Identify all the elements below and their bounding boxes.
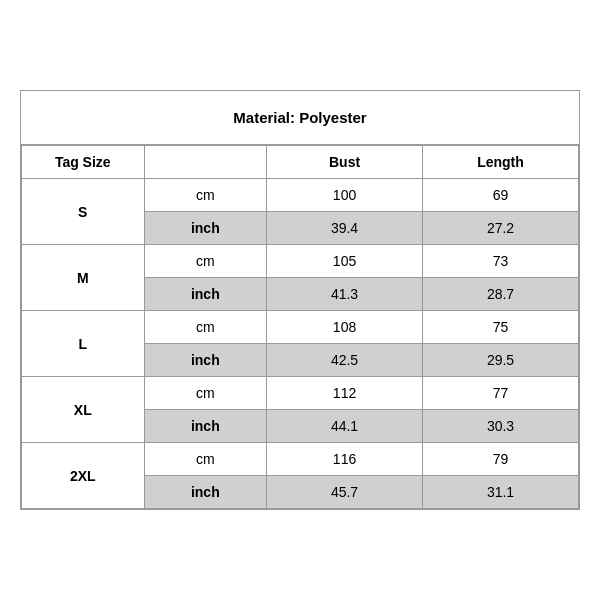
length-cm: 73	[423, 245, 579, 278]
bust-cm: 105	[267, 245, 423, 278]
table-row: Scm10069	[22, 179, 579, 212]
size-cell: S	[22, 179, 145, 245]
bust-inch: 45.7	[267, 476, 423, 509]
unit-cm: cm	[144, 179, 267, 212]
length-cm: 79	[423, 443, 579, 476]
size-cell: 2XL	[22, 443, 145, 509]
bust-cm: 100	[267, 179, 423, 212]
table-row: Mcm10573	[22, 245, 579, 278]
header-length: Length	[423, 146, 579, 179]
size-chart: Material: Polyester Tag Size Bust Length…	[20, 90, 580, 510]
size-cell: L	[22, 311, 145, 377]
unit-cm: cm	[144, 377, 267, 410]
header-bust: Bust	[267, 146, 423, 179]
unit-cm: cm	[144, 245, 267, 278]
table-row: Lcm10875	[22, 311, 579, 344]
bust-cm: 116	[267, 443, 423, 476]
length-cm: 75	[423, 311, 579, 344]
size-table: Tag Size Bust Length Scm10069inch39.427.…	[21, 145, 579, 509]
unit-inch: inch	[144, 410, 267, 443]
size-cell: XL	[22, 377, 145, 443]
length-cm: 77	[423, 377, 579, 410]
unit-cm: cm	[144, 311, 267, 344]
length-inch: 29.5	[423, 344, 579, 377]
chart-title: Material: Polyester	[21, 91, 579, 145]
length-inch: 31.1	[423, 476, 579, 509]
length-inch: 27.2	[423, 212, 579, 245]
bust-inch: 39.4	[267, 212, 423, 245]
size-cell: M	[22, 245, 145, 311]
bust-cm: 108	[267, 311, 423, 344]
unit-cm: cm	[144, 443, 267, 476]
length-inch: 28.7	[423, 278, 579, 311]
table-row: 2XLcm11679	[22, 443, 579, 476]
length-cm: 69	[423, 179, 579, 212]
bust-cm: 112	[267, 377, 423, 410]
unit-inch: inch	[144, 344, 267, 377]
length-inch: 30.3	[423, 410, 579, 443]
unit-inch: inch	[144, 278, 267, 311]
bust-inch: 42.5	[267, 344, 423, 377]
table-row: XLcm11277	[22, 377, 579, 410]
unit-inch: inch	[144, 476, 267, 509]
unit-inch: inch	[144, 212, 267, 245]
bust-inch: 41.3	[267, 278, 423, 311]
header-unit-spacer	[144, 146, 267, 179]
bust-inch: 44.1	[267, 410, 423, 443]
table-header-row: Tag Size Bust Length	[22, 146, 579, 179]
header-tag-size: Tag Size	[22, 146, 145, 179]
